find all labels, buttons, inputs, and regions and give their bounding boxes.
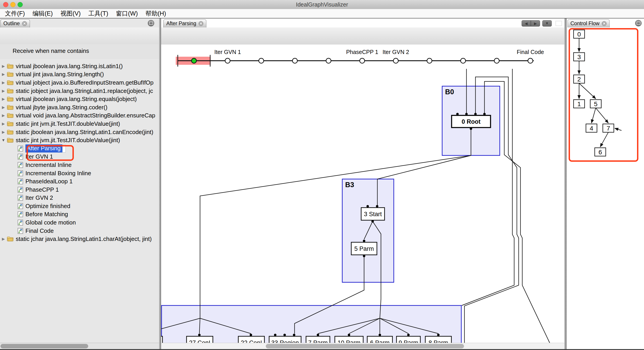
maximize-editor-button[interactable]: [554, 20, 564, 26]
tree-item-label: virtual jint java.lang.String.length(): [16, 71, 104, 78]
left-splitter[interactable]: [159, 18, 161, 350]
tree-item-1[interactable]: ▶virtual jint java.lang.String.length(): [0, 70, 159, 79]
menu-item-3[interactable]: 工具(T): [88, 9, 108, 18]
tree-item-9[interactable]: ▼static jint jvm.jit.TestJIT.doubleValue…: [0, 136, 159, 144]
graph-icon: [18, 220, 23, 226]
expander-icon[interactable]: ▶: [0, 97, 7, 101]
expander-icon[interactable]: ▶: [0, 113, 7, 118]
tree-item-label: Incremental Inline: [26, 161, 72, 168]
graph-icon: [18, 146, 23, 152]
control-flow-panel: 03215476: [566, 18, 644, 350]
expander-icon[interactable]: ▶: [0, 130, 7, 134]
cf-node-label: 6: [598, 149, 602, 156]
expander-icon[interactable]: ▶: [0, 121, 7, 126]
scroll-tabs-left-button[interactable]: ◀: [522, 20, 531, 26]
menu-item-5[interactable]: 帮助(H): [145, 9, 166, 18]
tree-item-14[interactable]: PhaseIdealLoop 1: [18, 177, 159, 186]
app-window: IdealGraphVisualizer 文件(F)编辑(E)视图(V)工具(T…: [0, 0, 644, 350]
expander-icon[interactable]: ▶: [0, 80, 7, 85]
tree-item-12[interactable]: Incremental Inline: [18, 161, 159, 169]
timeline-phase-6[interactable]: [393, 58, 398, 63]
tree-item-20[interactable]: Final Code: [18, 227, 159, 235]
cf-node-label: 1: [578, 100, 581, 107]
graph-icon: [18, 211, 23, 217]
folder-icon: [7, 71, 14, 77]
timeline-phase-5[interactable]: [360, 58, 365, 63]
control-flow-view[interactable]: 03215476: [566, 27, 644, 350]
tree-item-7[interactable]: ▶static jint jvm.jit.TestJIT.doubleValue…: [0, 120, 159, 128]
menu-item-4[interactable]: 窗口(W): [116, 9, 138, 18]
tree-item-6[interactable]: ▶virtual void java.lang.AbstractStringBu…: [0, 112, 159, 120]
expander-icon[interactable]: ▶: [0, 72, 7, 77]
cf-node-label: 3: [578, 53, 581, 60]
scroll-tabs-right-button[interactable]: ▶: [531, 20, 540, 26]
tree-item-2[interactable]: ▶virtual jobject java.io.BufferedInputSt…: [0, 78, 159, 87]
tree-item-11[interactable]: Iter GVN 1: [18, 153, 159, 161]
graph-icon: [18, 203, 23, 209]
outline-hscrollbar[interactable]: [0, 343, 159, 349]
outline-hscrollbar-thumb[interactable]: [0, 344, 88, 349]
tree-item-18[interactable]: Before Matching: [18, 210, 159, 219]
tab-control-flow-label: Control Flow: [570, 20, 600, 26]
expander-icon[interactable]: ▶: [0, 237, 7, 241]
tree-item-21[interactable]: ▶static jchar java.lang.StringLatin1.cha…: [0, 235, 159, 243]
graph-edge: [200, 155, 471, 318]
timeline-phase-3[interactable]: [292, 58, 298, 63]
tree-item-label: Incremental Boxing Inline: [26, 170, 91, 177]
tree-item-10[interactable]: After Parsing: [18, 144, 159, 153]
cf-edge-5-4: [592, 108, 596, 123]
timeline-phase-1[interactable]: [225, 58, 230, 63]
window-bottom-edge: [0, 349, 644, 350]
tree-item-16[interactable]: Iter GVN 2: [18, 194, 159, 202]
tab-control-flow[interactable]: Control Flow ✕: [568, 19, 610, 27]
tree-item-17[interactable]: Optimize finished: [18, 202, 159, 210]
folder-icon: [7, 129, 14, 135]
maximize-control-flow-button[interactable]: [635, 20, 642, 26]
graph-icon: [18, 178, 23, 184]
tree-item-label: Optimize finished: [26, 203, 70, 210]
block-label: B3: [345, 181, 354, 189]
tree-item-4[interactable]: ▶virtual jboolean java.lang.String.equal…: [0, 95, 159, 103]
graph-canvas[interactable]: B0B30 Root3 Start5 Parm27 ConI22 ConI33 …: [161, 69, 564, 350]
tree-item-15[interactable]: PhaseCPP 1: [18, 186, 159, 194]
graph-icon: [18, 187, 23, 193]
menu-item-0[interactable]: 文件(F): [5, 9, 25, 18]
timeline-phase-4[interactable]: [326, 58, 331, 63]
tree-item-3[interactable]: ▶static jobject java.lang.StringLatin1.r…: [0, 87, 159, 95]
tree-item-19[interactable]: Global code motion: [18, 218, 159, 227]
expander-icon[interactable]: ▼: [0, 138, 7, 143]
canvas-hscrollbar-thumb[interactable]: [266, 344, 464, 349]
tree-item-8[interactable]: ▶static jboolean java.lang.StringLatin1.…: [0, 128, 159, 136]
timeline-phase-7[interactable]: [427, 58, 432, 63]
expander-icon[interactable]: ▶: [0, 64, 7, 69]
timeline-phase-2[interactable]: [259, 58, 264, 63]
tab-outline[interactable]: Outline ✕: [0, 19, 30, 27]
folder-icon: [7, 63, 14, 69]
canvas-hscrollbar[interactable]: [161, 343, 564, 349]
tab-after-parsing-label: After Parsing: [166, 20, 196, 26]
graph-node-label: 5 Parm: [354, 245, 374, 252]
close-tab-icon[interactable]: ✕: [22, 21, 27, 26]
graph-icon: [18, 170, 23, 176]
folder-icon: [7, 88, 14, 94]
phase-slider[interactable]: Iter GVN 1PhaseCPP 1Iter GVN 2Final Code: [161, 44, 564, 69]
close-tab-icon[interactable]: ✕: [198, 21, 204, 26]
tree-item-5[interactable]: ▶virtual jbyte java.lang.String.coder(): [0, 103, 159, 112]
right-splitter[interactable]: [564, 18, 566, 350]
outline-tree: ▶virtual jboolean java.lang.String.isLat…: [0, 59, 159, 346]
timeline-phase-8[interactable]: [460, 58, 466, 63]
timeline-phase-0[interactable]: [192, 58, 196, 63]
maximize-outline-button[interactable]: [148, 20, 154, 26]
expander-icon[interactable]: ▶: [0, 89, 7, 93]
menu-item-1[interactable]: 编辑(E): [32, 9, 53, 18]
tab-after-parsing[interactable]: After Parsing ✕: [163, 19, 206, 27]
phase-timeline: Iter GVN 1PhaseCPP 1Iter GVN 2Final Code: [161, 44, 564, 69]
menu-item-2[interactable]: 视图(V): [60, 9, 80, 18]
tab-list-button[interactable]: ▼: [542, 20, 552, 26]
close-tab-icon[interactable]: ✕: [602, 21, 607, 26]
timeline-phase-9[interactable]: [494, 58, 499, 63]
expander-icon[interactable]: ▶: [0, 105, 7, 110]
timeline-phase-10[interactable]: [528, 58, 533, 63]
tree-item-13[interactable]: Incremental Boxing Inline: [18, 169, 159, 177]
tree-item-0[interactable]: ▶virtual jboolean java.lang.String.isLat…: [0, 62, 159, 70]
